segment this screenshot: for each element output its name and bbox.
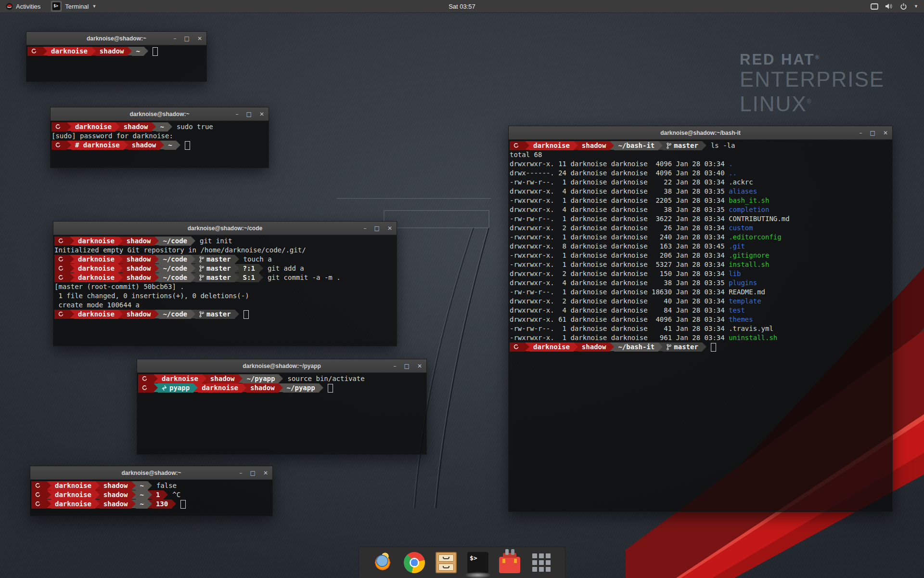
powerline-arrow (319, 383, 323, 392)
dock-item-files[interactable] (435, 552, 457, 574)
maximize-button[interactable]: □ (374, 225, 380, 232)
window-titlebar[interactable]: darknoise@shadow:~/bash-it–□✕ (509, 126, 892, 140)
command-text: sudo true (177, 122, 213, 131)
distro-swirl-icon (58, 238, 64, 244)
firefox-icon (372, 552, 393, 573)
terminal-window[interactable]: darknoise@shadow:~–□✕darknoiseshadow~fal… (30, 466, 273, 516)
display-icon[interactable] (871, 3, 878, 10)
window-titlebar[interactable]: darknoise@shadow:~/pyapp–□✕ (137, 359, 426, 373)
distro-swirl-icon (142, 376, 147, 381)
terminal-window[interactable]: darknoise@shadow:~/pyapp–□✕darknoiseshad… (137, 359, 427, 455)
file-manager-icon (436, 552, 457, 573)
powerline-arrow (235, 273, 239, 282)
minimize-button[interactable]: – (364, 225, 367, 232)
file-name: test (729, 306, 745, 315)
terminal-content[interactable]: darknoiseshadow~/bash-itmasterls -latota… (509, 140, 892, 512)
power-icon[interactable] (900, 3, 907, 10)
close-button[interactable]: ✕ (417, 363, 422, 369)
window-titlebar[interactable]: darknoise@shadow:~–□✕ (30, 466, 272, 480)
dock-item-firefox[interactable] (372, 552, 394, 574)
powerline-segment-host: shadow (578, 141, 610, 150)
minimize-button[interactable]: – (236, 111, 239, 118)
terminal-content[interactable]: darknoiseshadow~ (26, 45, 206, 81)
maximize-button[interactable]: □ (250, 470, 256, 476)
powerline-segment-host: shadow (123, 264, 155, 273)
window-titlebar[interactable]: darknoise@shadow:~–□✕ (26, 32, 206, 45)
close-button[interactable]: ✕ (883, 130, 888, 136)
dock-item-toolbox[interactable] (499, 552, 521, 574)
powerline-arrow (610, 342, 614, 351)
window-titlebar[interactable]: darknoise@shadow:~/code–□✕ (53, 222, 397, 235)
maximize-button[interactable]: □ (870, 130, 875, 136)
branding-line-enterprise: ENTERPRISE (740, 68, 885, 91)
powerline-segment-host: shadow (578, 342, 610, 352)
activities-button[interactable]: Activities (0, 0, 46, 13)
powerline-arrow (118, 273, 123, 282)
terminal-content[interactable]: darknoiseshadow~/codegit initInitialized… (53, 235, 397, 346)
redhat-logo-icon (6, 3, 13, 10)
git-branch-icon (199, 275, 204, 281)
terminal-cursor (711, 343, 716, 352)
powerline-arrow (160, 141, 164, 149)
powerline-segment-git: master (663, 141, 702, 150)
maximize-button[interactable]: □ (184, 35, 190, 42)
powerline-arrow (128, 47, 132, 55)
powerline-segment-user: darknoise (74, 236, 118, 246)
git-branch-icon (667, 143, 671, 149)
clock[interactable]: Sat 03:57 (449, 3, 475, 10)
window-title: darknoise@shadow:~/code (188, 225, 262, 232)
powerline-segment-icon (138, 383, 154, 393)
terminal-window[interactable]: darknoise@shadow:~/bash-it–□✕darknoisesh… (508, 126, 893, 512)
powerline-arrow (172, 499, 176, 508)
maximize-button[interactable]: □ (404, 363, 410, 369)
powerline-segment-user: darknoise (158, 374, 202, 383)
terminal-content[interactable]: darknoiseshadow~/pyappsource bin/activat… (137, 373, 426, 454)
powerline-segment-path: ~/pyapp (283, 383, 319, 393)
chevron-down-icon[interactable]: ▼ (914, 4, 918, 9)
terminal-content[interactable]: darknoiseshadow~sudo true[sudo] password… (51, 121, 269, 168)
file-name: README.md (729, 288, 765, 297)
close-button[interactable]: ✕ (387, 225, 392, 232)
dock-item-app-grid[interactable] (530, 552, 552, 574)
prompt-line: darknoiseshadow~/codegit init (54, 236, 396, 246)
ls-output-line: drwxrwxr-x. 2 darknoise darknoise 150 Ja… (510, 269, 891, 278)
app-menu-terminal[interactable]: $> Terminal ▼ (46, 0, 101, 13)
file-name: uninstall.sh (729, 333, 777, 342)
maximize-button[interactable]: □ (246, 111, 252, 118)
running-indicator (464, 572, 491, 578)
dock-item-chrome[interactable] (403, 552, 425, 574)
powerline-segment-git: master (663, 342, 702, 352)
terminal-content[interactable]: darknoiseshadow~falsedarknoiseshadow~1^C… (30, 480, 272, 516)
close-button[interactable]: ✕ (263, 470, 268, 476)
ls-output-line: drwxrwxr-x. 4 darknoise darknoise 38 Jan… (510, 205, 891, 214)
powerline-segment-icon (54, 255, 70, 264)
dock-item-terminal[interactable]: $> (467, 552, 489, 574)
powerline-segment-user: darknoise (74, 310, 118, 319)
distro-swirl-icon (35, 492, 40, 498)
powerline-arrow (148, 490, 152, 499)
command-text: git init (200, 236, 232, 246)
terminal-window[interactable]: darknoise@shadow:~–□✕darknoiseshadow~ (26, 31, 207, 82)
terminal-window[interactable]: darknoise@shadow:~/code–□✕darknoiseshado… (53, 221, 397, 346)
powerline-segment-host: shadow (206, 374, 239, 383)
terminal-cursor (328, 384, 333, 393)
prompt-line: darknoiseshadow~/bash-itmaster (510, 342, 891, 352)
minimize-button[interactable]: – (860, 130, 862, 136)
window-titlebar[interactable]: darknoise@shadow:~–□✕ (51, 107, 269, 121)
volume-icon[interactable] (885, 3, 893, 10)
powerline-arrow (118, 264, 123, 273)
ls-output-line: -rwxrwxr-x. 1 darknoise darknoise 2205 J… (510, 196, 891, 205)
minimize-button[interactable]: – (240, 470, 243, 476)
prompt-line: darknoiseshadow~/pyappsource bin/activat… (138, 374, 425, 383)
minimize-button[interactable]: – (174, 35, 177, 42)
close-button[interactable]: ✕ (197, 35, 202, 42)
terminal-window[interactable]: darknoise@shadow:~–□✕darknoiseshadow~sud… (50, 107, 269, 168)
distro-swirl-icon (58, 257, 64, 262)
powerline-segment-path: ~ (132, 47, 143, 56)
powerline-segment-exit: 130 (152, 499, 172, 509)
powerline-segment-user: # darknoise (71, 141, 124, 150)
command-text: git add a (268, 264, 304, 273)
minimize-button[interactable]: – (394, 363, 397, 369)
close-button[interactable]: ✕ (259, 111, 264, 118)
powerline-segment-user: darknoise (71, 122, 116, 131)
